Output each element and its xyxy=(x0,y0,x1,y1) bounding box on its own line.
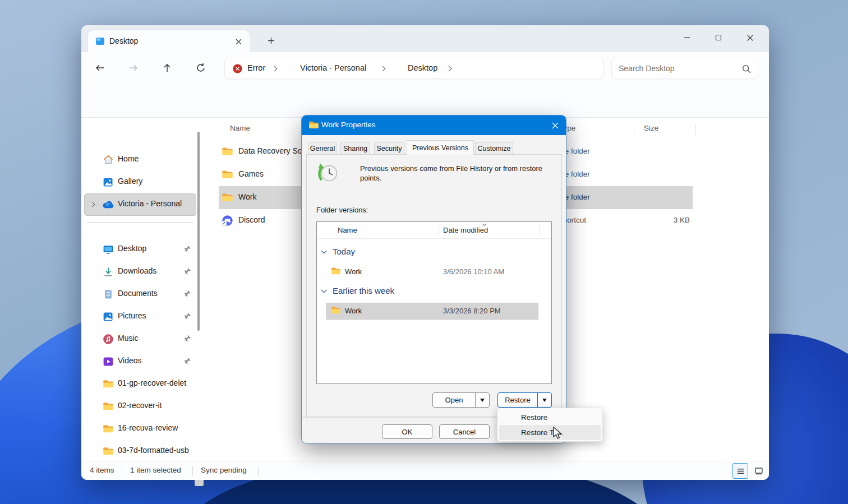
minimize-button[interactable] xyxy=(671,29,703,47)
status-separator xyxy=(258,466,259,475)
sidebar-item-folder[interactable]: 01-gp-recover-delet xyxy=(81,373,202,395)
close-window-button[interactable] xyxy=(734,29,766,47)
dialog-close-icon[interactable] xyxy=(547,118,564,132)
search-input[interactable] xyxy=(619,62,736,75)
sidebar-item-folder[interactable]: 16-recuva-review xyxy=(81,418,202,440)
versions-column-date[interactable]: Date modified xyxy=(443,226,488,234)
tab-close-icon[interactable] xyxy=(233,36,244,47)
tab-customize[interactable]: Customize xyxy=(475,142,513,155)
downloads-icon xyxy=(103,266,114,278)
tab-sharing[interactable]: Sharing xyxy=(340,142,370,155)
pictures-icon xyxy=(103,311,114,322)
sidebar-item-label: Documents xyxy=(118,289,158,298)
sidebar-item-label: Downloads xyxy=(118,266,156,275)
open-split-button[interactable]: Open xyxy=(432,392,490,408)
tab-title: Desktop xyxy=(109,36,138,45)
chevron-right-icon[interactable] xyxy=(446,66,452,72)
details-view-toggle-icon[interactable] xyxy=(732,463,748,479)
version-date: 3/6/2026 10:10 AM xyxy=(443,267,504,276)
music-icon xyxy=(103,334,114,345)
restore-dropdown-menu: Restore Restore To... xyxy=(497,408,603,442)
sidebar-item-folder[interactable]: 02-recover-it xyxy=(81,395,202,418)
header-divider[interactable] xyxy=(540,224,540,237)
group-collapse-icon[interactable] xyxy=(321,248,327,254)
pin-icon xyxy=(183,244,192,253)
restore-split-button[interactable]: Restore xyxy=(497,392,552,408)
group-label: Earlier this week xyxy=(333,286,394,295)
search-icon[interactable] xyxy=(742,64,751,73)
sidebar-item-folder[interactable]: 03-7d-formatted-usb xyxy=(81,440,202,463)
sidebar-item-label: 03-7d-formatted-usb xyxy=(118,446,189,455)
back-icon[interactable] xyxy=(91,59,109,77)
forward-icon[interactable] xyxy=(125,59,142,77)
folder-icon xyxy=(103,402,114,411)
chevron-right-icon[interactable] xyxy=(380,66,386,72)
versions-list-header: Name Date modified xyxy=(317,222,551,239)
sidebar-item-downloads[interactable]: Downloads xyxy=(81,261,202,283)
column-divider[interactable] xyxy=(695,124,696,136)
folder-icon xyxy=(103,447,114,456)
up-icon[interactable] xyxy=(158,59,176,77)
column-header-name[interactable]: Name xyxy=(230,124,250,132)
file-name: Data Recovery So xyxy=(238,146,302,155)
cancel-button[interactable]: Cancel xyxy=(439,424,490,439)
status-bar: 4 items 1 item selected Sync pending xyxy=(81,461,769,480)
folder-icon xyxy=(222,147,233,156)
group-collapse-icon[interactable] xyxy=(321,288,327,293)
tab-previous-versions[interactable]: Previous Versions xyxy=(407,140,474,155)
sidebar-item-label: Videos xyxy=(118,356,142,365)
breadcrumb-error[interactable]: Error xyxy=(247,63,265,72)
chevron-right-icon[interactable] xyxy=(272,66,278,72)
desktop-icon xyxy=(103,244,114,255)
restore-dropdown-arrow[interactable] xyxy=(537,393,551,407)
menu-item-restore-to[interactable]: Restore To... xyxy=(499,425,601,440)
version-row[interactable]: Work 3/6/2026 10:10 AM xyxy=(317,265,551,280)
group-label: Today xyxy=(333,247,355,256)
folder-icon xyxy=(331,306,341,315)
desktop-folder-icon xyxy=(95,36,105,46)
version-group-today[interactable]: Today xyxy=(317,246,551,259)
header-divider[interactable] xyxy=(439,224,439,237)
column-header-size[interactable]: Size xyxy=(644,124,658,132)
version-name: Work xyxy=(345,307,362,315)
pin-icon xyxy=(183,312,192,320)
dialog-title: Work Properties xyxy=(321,121,376,129)
thumbnail-view-toggle-icon[interactable] xyxy=(751,463,767,479)
sidebar-item-label: 01-gp-recover-delet xyxy=(118,378,186,387)
refresh-icon[interactable] xyxy=(192,59,210,77)
folder-versions-list: Name Date modified Today Work 3/6/2026 1… xyxy=(316,221,552,384)
open-button-label: Open xyxy=(445,396,463,404)
address-bar[interactable]: Error Victoria - Personal Desktop xyxy=(224,58,603,79)
sidebar-item-label: 16-recuva-review xyxy=(118,423,178,432)
sidebar-item-label: 02-recover-it xyxy=(118,401,162,410)
version-row-selected[interactable]: Work 3/3/2026 8:20 PM xyxy=(317,303,551,320)
version-group-earlier-this-week[interactable]: Earlier this week xyxy=(317,285,551,298)
sidebar-item-music[interactable]: Music xyxy=(81,328,202,350)
tab-general[interactable]: General xyxy=(308,142,337,155)
menu-item-restore[interactable]: Restore xyxy=(499,410,601,425)
sidebar-item-pictures[interactable]: Pictures xyxy=(81,306,202,328)
open-dropdown-arrow[interactable] xyxy=(475,393,489,407)
mouse-cursor xyxy=(552,427,565,440)
column-divider[interactable] xyxy=(634,124,634,136)
tab-security[interactable]: Security xyxy=(374,142,404,155)
folder-icon xyxy=(103,424,114,433)
file-size: 3 KB xyxy=(653,216,690,224)
desktop-screen: Desktop xyxy=(0,0,848,504)
file-name: Games xyxy=(238,169,264,178)
dialog-title-bar[interactable]: Work Properties xyxy=(302,115,566,135)
search-box[interactable] xyxy=(611,58,758,79)
sidebar-item-label: Pictures xyxy=(118,311,146,320)
status-selected-count: 1 item selected xyxy=(130,466,181,474)
pin-icon xyxy=(183,334,192,343)
versions-column-name[interactable]: Name xyxy=(338,226,357,234)
breadcrumb-item[interactable]: Desktop xyxy=(408,63,437,72)
sidebar-item-desktop[interactable]: Desktop xyxy=(81,238,202,261)
breadcrumb-item[interactable]: Victoria - Personal xyxy=(300,63,366,72)
ok-button[interactable]: OK xyxy=(382,424,432,439)
new-tab-icon[interactable] xyxy=(264,33,278,48)
sidebar-item-documents[interactable]: Documents xyxy=(81,283,202,306)
sidebar-item-videos[interactable]: Videos xyxy=(81,350,202,373)
tab-desktop[interactable]: Desktop xyxy=(88,30,250,52)
maximize-button[interactable] xyxy=(703,29,734,47)
